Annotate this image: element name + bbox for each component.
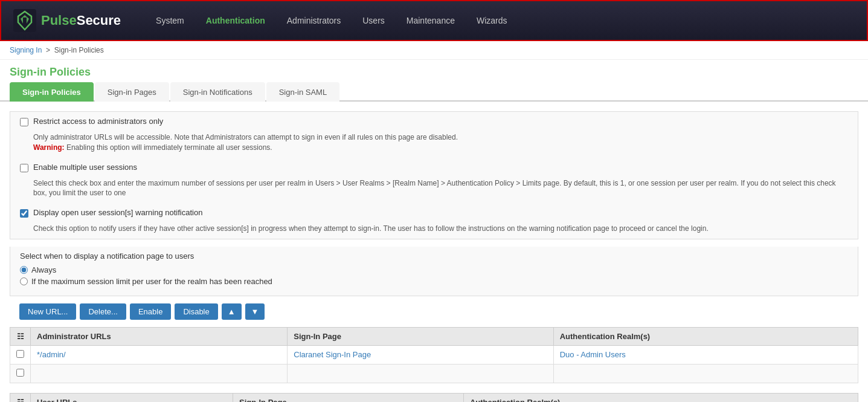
options-section: Restrict access to administrators only O…	[10, 111, 858, 239]
breadcrumb-current: Sign-in Policies	[54, 46, 104, 54]
tab-sign-in-notifications[interactable]: Sign-in Notifications	[170, 82, 265, 102]
breadcrumb-link-signing-in[interactable]: Signing In	[10, 46, 42, 54]
user-table-url-col: User URLs	[31, 393, 233, 402]
tab-sign-in-pages[interactable]: Sign-in Pages	[95, 82, 169, 102]
restrict-admin-label: Restrict access to administrators only	[33, 117, 163, 126]
nav-authentication[interactable]: Authentication	[195, 11, 276, 30]
display-open-desc: Check this option to notify users if the…	[10, 222, 858, 239]
display-open-checkbox[interactable]	[20, 209, 28, 218]
option-restrict-admin-row: Restrict access to administrators only	[10, 112, 858, 131]
logo-secure: Secure	[77, 13, 121, 28]
radio-always-row: Always	[20, 265, 848, 274]
restrict-admin-desc: Only administrator URLs will be accessib…	[10, 131, 858, 158]
admin-row-2-signin-page	[288, 364, 553, 383]
nav-administrators[interactable]: Administrators	[276, 11, 352, 30]
admin-row-2-realm	[553, 364, 858, 383]
action-buttons: New URL... Delete... Enable Disable ▲ ▼	[10, 296, 858, 327]
main-nav: System Authentication Administrators Use…	[145, 11, 518, 30]
table-row	[10, 364, 858, 383]
admin-url-link-1[interactable]: */admin/	[37, 350, 66, 359]
restrict-admin-checkbox[interactable]	[20, 118, 28, 126]
admin-row-1-checkbox-cell	[10, 345, 31, 364]
header: PulseSecure System Authentication Admini…	[0, 0, 868, 41]
radio-max-session-row: If the maximum session limit per user fo…	[20, 277, 848, 286]
admin-row-1-signin-page: Claranet Sign-In Page	[288, 345, 553, 364]
admin-table-realm-col: Authentication Realm(s)	[553, 327, 858, 345]
enable-multiple-checkbox[interactable]	[20, 164, 28, 172]
radio-always[interactable]	[20, 266, 28, 274]
breadcrumb: Signing In > Sign-in Policies	[0, 41, 868, 60]
logo-pulse: Pulse	[41, 13, 77, 28]
notification-section: Select when to display a notification pa…	[10, 247, 858, 296]
option-display-open-row: Display open user session[s] warning not…	[10, 203, 858, 222]
user-table-signin-col: Sign-In Page	[233, 393, 463, 402]
admin-urls-table: ☷ Administrator URLs Sign-In Page Authen…	[10, 327, 858, 383]
grid-icon-2: ☷	[17, 398, 24, 402]
nav-system[interactable]: System	[145, 11, 195, 30]
page-title: Sign-in Policies	[0, 60, 868, 82]
grid-icon: ☷	[17, 332, 24, 341]
disable-button[interactable]: Disable	[175, 303, 217, 320]
content-area: Restrict access to administrators only O…	[0, 102, 868, 402]
move-down-button[interactable]: ▼	[245, 303, 265, 320]
admin-row-1-realm: Duo - Admin Users	[553, 345, 858, 364]
nav-maintenance[interactable]: Maintenance	[396, 11, 466, 30]
admin-row-1-checkbox[interactable]	[16, 350, 24, 358]
tab-sign-in-saml[interactable]: Sign-in SAML	[266, 82, 339, 102]
restrict-admin-warning-label: Warning:	[33, 143, 65, 152]
admin-row-2-checkbox[interactable]	[16, 369, 24, 377]
breadcrumb-separator: >	[46, 46, 50, 54]
user-table-icon-col: ☷	[10, 393, 31, 402]
user-table-realm-col: Authentication Realm(s)	[463, 393, 858, 402]
pulse-secure-logo-icon	[13, 9, 36, 32]
admin-table-icon-col: ☷	[10, 327, 31, 345]
radio-max-session[interactable]	[20, 277, 28, 285]
delete-button[interactable]: Delete...	[80, 303, 126, 320]
admin-table-url-col: Administrator URLs	[31, 327, 288, 345]
new-url-button[interactable]: New URL...	[19, 303, 76, 320]
enable-button[interactable]: Enable	[130, 303, 171, 320]
admin-row-2-url	[31, 364, 288, 383]
radio-max-session-label: If the maximum session limit per user fo…	[31, 277, 272, 286]
nav-users[interactable]: Users	[352, 11, 396, 30]
svg-rect-3	[23, 18, 27, 24]
admin-row-1-url: */admin/	[31, 345, 288, 364]
admin-row-2-checkbox-cell	[10, 364, 31, 383]
display-open-label: Display open user session[s] warning not…	[33, 208, 202, 217]
nav-wizards[interactable]: Wizards	[466, 11, 518, 30]
logo: PulseSecure	[13, 9, 121, 32]
radio-always-label: Always	[31, 265, 56, 274]
table-row: */admin/ Claranet Sign-In Page Duo - Adm…	[10, 345, 858, 364]
tabs: Sign-in Policies Sign-in Pages Sign-in N…	[0, 82, 868, 102]
enable-multiple-desc: Select this check box and enter the maxi…	[10, 177, 858, 204]
move-up-button[interactable]: ▲	[222, 303, 242, 320]
notification-section-title: Select when to display a notification pa…	[20, 251, 848, 261]
tab-sign-in-policies[interactable]: Sign-in Policies	[10, 82, 94, 102]
admin-signin-page-link-1[interactable]: Claranet Sign-In Page	[294, 350, 371, 359]
admin-table-signin-col: Sign-In Page	[288, 327, 553, 345]
enable-multiple-label: Enable multiple user sessions	[33, 163, 137, 172]
admin-realm-link-1[interactable]: Duo - Admin Users	[560, 350, 626, 359]
restrict-admin-warning-text: Enabling this option will immediately te…	[65, 143, 272, 152]
option-enable-multiple-row: Enable multiple user sessions	[10, 158, 858, 177]
user-urls-table: ☷ User URLs Sign-In Page Authentication …	[10, 393, 858, 402]
